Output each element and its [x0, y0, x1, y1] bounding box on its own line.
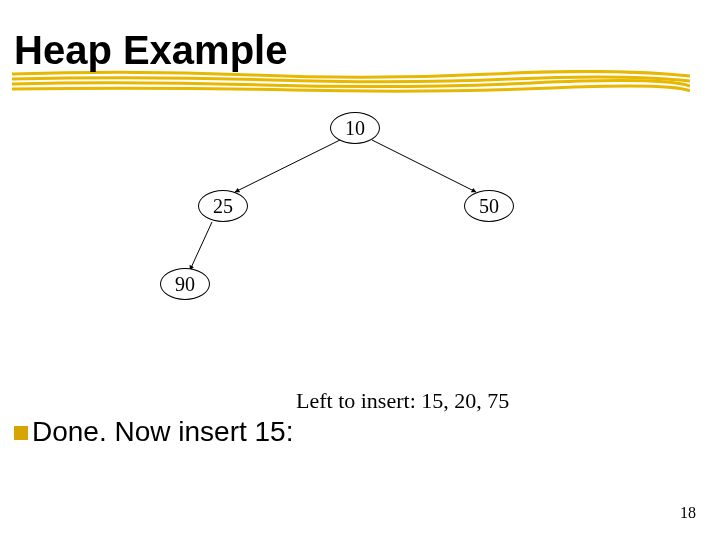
tree-node-right: 50: [464, 190, 514, 222]
svg-line-1: [372, 140, 476, 192]
svg-line-0: [235, 140, 340, 192]
tree-edges: [0, 0, 720, 540]
tree-node-root: 10: [330, 112, 380, 144]
tree-node-left: 25: [198, 190, 248, 222]
svg-line-2: [190, 222, 212, 270]
tree-node-leaf: 90: [160, 268, 210, 300]
